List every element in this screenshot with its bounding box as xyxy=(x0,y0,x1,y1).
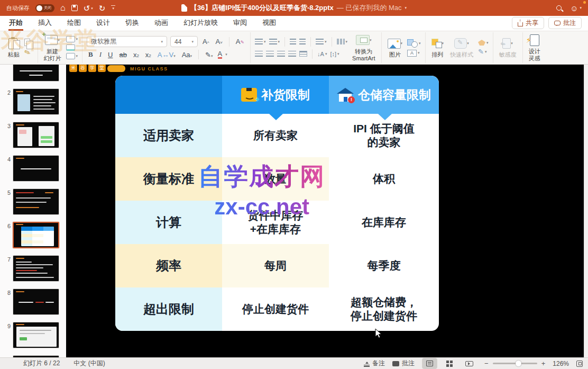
slide-thumbnail-1[interactable] xyxy=(3,65,63,82)
font-size-select[interactable]: 44▾ xyxy=(170,36,198,47)
undo-button[interactable]: ↺▾ xyxy=(84,4,93,12)
format-painter-button[interactable]: ✎ xyxy=(24,48,33,57)
font-name-select[interactable]: 微软雅黑▾ xyxy=(87,36,167,47)
section-button[interactable]: ▾ xyxy=(66,53,78,59)
highlight-button[interactable]: ✎▾ xyxy=(204,51,214,59)
comments-pane-button[interactable]: 批注 xyxy=(392,359,415,368)
tab-design[interactable]: 设计 xyxy=(96,15,111,31)
slide-thumbnail-3[interactable]: 3 xyxy=(3,122,63,148)
header-storage-limit: ! 仓储容量限制 xyxy=(329,76,439,114)
shapes-button[interactable]: ▾ xyxy=(407,39,421,48)
numbering-button[interactable]: ▾ xyxy=(269,39,280,44)
columns-button[interactable]: ▾ xyxy=(337,39,348,44)
tab-view[interactable]: 视图 xyxy=(262,15,277,31)
justify-button[interactable] xyxy=(288,51,296,57)
sensitivity-button[interactable]: ▾ 敏感度 xyxy=(498,37,518,59)
align-right-button[interactable] xyxy=(277,51,285,57)
feedback-smiley-icon[interactable]: ☺▾ xyxy=(570,4,582,13)
customize-toolbar-icon[interactable]: ▾ xyxy=(111,5,115,11)
slide-thumbnail-4[interactable]: 4 xyxy=(3,155,63,182)
align-center-button[interactable] xyxy=(266,51,274,57)
align-text-button[interactable]: [↕]▾ xyxy=(330,51,339,57)
slide-counter[interactable]: 幻灯片 6 / 22 xyxy=(23,359,60,368)
save-icon[interactable] xyxy=(71,5,78,11)
paste-button[interactable]: ▾ 粘贴 xyxy=(6,37,21,59)
tab-review[interactable]: 审阅 xyxy=(233,15,247,31)
increase-font-button[interactable]: A^ xyxy=(201,38,210,46)
autosave-toggle[interactable]: 关闭 xyxy=(35,4,54,12)
comments-button[interactable]: 批注 xyxy=(548,17,582,29)
tab-slideshow[interactable]: 幻灯片放映 xyxy=(183,15,218,31)
slide-sorter-view-button[interactable] xyxy=(443,359,456,368)
slide-thumbnail-8[interactable]: 8 xyxy=(3,289,63,315)
zoom-slider-knob[interactable] xyxy=(516,361,521,366)
change-case-button[interactable]: Aa▾ xyxy=(180,51,194,59)
text-direction-button[interactable]: ↓A▾ xyxy=(317,51,327,57)
arrange-button[interactable]: ▾ 排列 xyxy=(430,37,446,59)
font-color-button[interactable]: A xyxy=(218,50,223,59)
slide-thumbnail-10[interactable]: 10 xyxy=(3,355,63,357)
copy-button[interactable]: ▾ xyxy=(24,39,33,46)
zoom-out-button[interactable]: − xyxy=(484,359,489,367)
align-left-button[interactable] xyxy=(255,51,263,57)
slide-canvas[interactable]: 米谷学堂 MIGU CLASS + 补货限制 ! 仓储容量限制 xyxy=(66,65,584,357)
font-group: 微软雅黑▾ 44▾ A^ A˅ A✎ B I U ab x2 x2 A↔V▾ A… xyxy=(82,32,251,63)
search-icon[interactable] xyxy=(556,5,562,11)
picture-button[interactable]: ▾ 图片 xyxy=(386,37,405,59)
clipboard-group: ▾ 粘贴 ▾ ✎ xyxy=(2,32,38,63)
home-icon[interactable]: ⌂ xyxy=(60,4,66,12)
character-spacing-button[interactable]: A↔V▾ xyxy=(156,51,177,59)
slide-thumbnail-2[interactable]: 2 xyxy=(3,88,63,115)
subscript-button[interactable]: x2 xyxy=(144,51,153,59)
decrease-font-button[interactable]: A˅ xyxy=(214,38,224,46)
slide-thumbnail-5[interactable]: 5 xyxy=(3,188,63,215)
share-button[interactable]: 共享 xyxy=(512,17,544,29)
convert-smartart-button[interactable]: ▾ 转换为 SmartArt xyxy=(351,33,376,62)
comparison-table[interactable]: + 补货限制 ! 仓储容量限制 适用卖家 所有卖家 IPI 低于阈值 的卖家 xyxy=(115,76,439,331)
slide-thumbnail-6-selected[interactable]: 6 xyxy=(3,222,63,248)
quick-styles-button[interactable]: ▾ 快速样式 xyxy=(448,37,475,59)
header-pointer-col3 xyxy=(378,114,392,120)
slideshow-icon xyxy=(465,361,473,366)
columns-icon xyxy=(337,39,345,44)
tab-insert[interactable]: 插入 xyxy=(38,15,52,31)
tab-home[interactable]: 开始 xyxy=(8,15,23,31)
underline-button[interactable]: U xyxy=(106,51,114,59)
tab-animations[interactable]: 动画 xyxy=(154,15,169,31)
ribbon-tab-bar: 开始 插入 绘图 设计 切换 动画 幻灯片放映 审阅 视图 共享 批注 xyxy=(0,16,588,31)
fit-to-window-icon[interactable] xyxy=(576,361,583,367)
bullets-button[interactable]: ▾ xyxy=(255,39,266,44)
tab-transitions[interactable]: 切换 xyxy=(125,15,140,31)
document-save-status[interactable]: — 已保存到我的 Mac xyxy=(337,3,402,13)
tab-draw[interactable]: 绘图 xyxy=(67,15,81,31)
design-ideas-button[interactable]: 设计 灵感 xyxy=(527,33,542,62)
bold-button[interactable]: B xyxy=(87,50,95,59)
ink-editor-button[interactable]: ✎▾ xyxy=(478,48,489,56)
slide-thumbnail-9[interactable]: 9 xyxy=(3,322,63,348)
zoom-level[interactable]: 126% xyxy=(553,360,569,367)
smartart-icon xyxy=(356,35,370,45)
layout-button[interactable]: ▾ xyxy=(66,36,78,42)
line-spacing-button[interactable]: ▾ xyxy=(316,39,327,44)
slide-panel: 2 3 xyxy=(0,65,66,357)
notes-button[interactable]: 备注 xyxy=(364,359,385,368)
distribute-button[interactable] xyxy=(299,51,307,57)
vertical-scrollbar[interactable] xyxy=(584,65,588,357)
slideshow-button[interactable] xyxy=(462,360,477,367)
textbox-button[interactable]: A▾ xyxy=(407,50,421,57)
strikethrough-button[interactable]: ab xyxy=(117,51,128,59)
normal-view-button[interactable] xyxy=(422,358,437,369)
superscript-button[interactable]: x2 xyxy=(132,51,141,59)
clear-formatting-button[interactable]: A✎ xyxy=(234,38,246,46)
decrease-indent-button[interactable] xyxy=(290,39,296,44)
italic-button[interactable]: I xyxy=(98,50,103,59)
new-slide-button[interactable]: ▾ 新建 幻灯片 xyxy=(42,33,63,62)
slide-thumbnail-7[interactable]: 7 xyxy=(3,255,63,282)
zoom-in-button[interactable]: + xyxy=(541,359,546,367)
zoom-slider[interactable] xyxy=(493,363,537,364)
redo-button[interactable]: ↻ xyxy=(99,4,106,12)
shape-fill-button[interactable]: ▾ xyxy=(478,40,489,46)
increase-indent-button[interactable] xyxy=(299,39,306,44)
language-indicator[interactable]: 中文 (中国) xyxy=(74,359,105,368)
reset-button[interactable] xyxy=(66,44,78,51)
